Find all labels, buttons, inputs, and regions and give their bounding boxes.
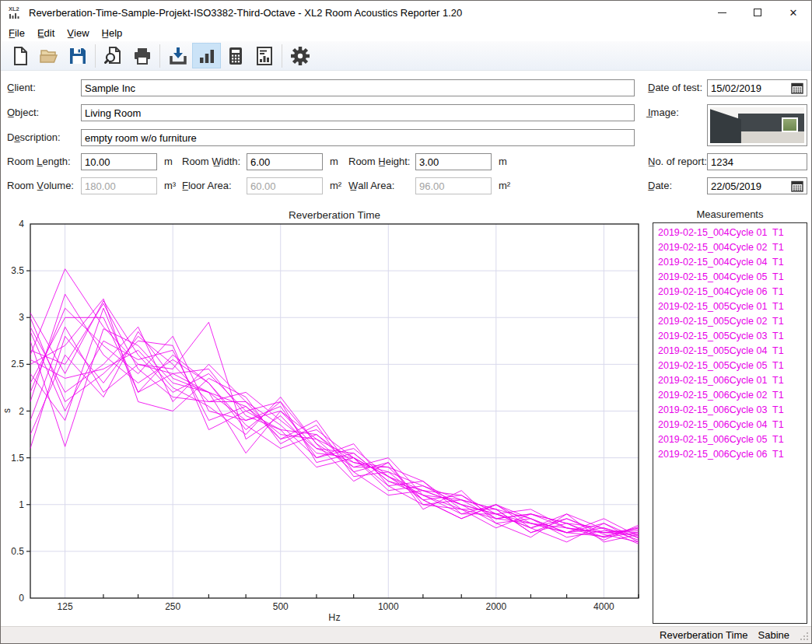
measurement-name: 2019-02-15_006Cycle 06 bbox=[658, 449, 772, 460]
measurement-type: T1 bbox=[772, 390, 784, 401]
measurement-type: T1 bbox=[772, 360, 784, 371]
floor-area-output bbox=[247, 177, 323, 194]
svg-text:1000: 1000 bbox=[378, 601, 399, 612]
measurements-title: Measurements bbox=[653, 208, 807, 220]
measurement-item[interactable]: 2019-02-15_004Cycle 06T1 bbox=[653, 284, 807, 299]
report-button[interactable] bbox=[250, 43, 278, 68]
svg-text:0: 0 bbox=[19, 593, 24, 604]
room-width-label: Room W̲idth: bbox=[182, 153, 240, 170]
room-height-unit: m bbox=[499, 153, 507, 170]
minimize-button[interactable] bbox=[704, 1, 740, 24]
description-label: De̲scription: bbox=[7, 129, 61, 146]
room-height-input[interactable] bbox=[415, 153, 492, 170]
reverberation-chart: Reverberation Time Hz s 00.511.522.533.5… bbox=[1, 207, 646, 627]
chart-xlabel: Hz bbox=[328, 612, 340, 623]
bar-chart-icon bbox=[197, 46, 217, 66]
gear-icon bbox=[289, 45, 311, 67]
open-button[interactable] bbox=[34, 43, 63, 68]
measurement-item[interactable]: 2019-02-15_005Cycle 02T1 bbox=[653, 313, 807, 328]
menu-edit[interactable]: E̲dit bbox=[31, 26, 61, 40]
description-input[interactable] bbox=[81, 129, 635, 146]
report-no-label: N̲o. of report: bbox=[648, 153, 707, 170]
room-height-label: Room H̲eight: bbox=[348, 153, 410, 170]
date-calendar-button[interactable] bbox=[788, 178, 807, 194]
measurement-item[interactable]: 2019-02-15_004Cycle 04T1 bbox=[653, 254, 807, 269]
svg-text:3.5: 3.5 bbox=[11, 265, 24, 276]
floor-area-label: F̲loor Area: bbox=[182, 177, 232, 194]
measurement-item[interactable]: 2019-02-15_004Cycle 01T1 bbox=[653, 225, 807, 240]
measurement-item[interactable]: 2019-02-15_005Cycle 03T1 bbox=[653, 328, 807, 343]
client-input[interactable] bbox=[81, 79, 635, 96]
svg-text:4000: 4000 bbox=[593, 601, 614, 612]
svg-text:500: 500 bbox=[273, 601, 289, 612]
date-input[interactable] bbox=[708, 178, 788, 194]
print-preview-button[interactable] bbox=[99, 43, 128, 68]
date-of-test-input[interactable] bbox=[708, 80, 788, 96]
new-file-icon bbox=[10, 46, 30, 66]
new-file-button[interactable] bbox=[5, 43, 34, 68]
measurement-name: 2019-02-15_005Cycle 01 bbox=[658, 301, 772, 312]
measurement-item[interactable]: 2019-02-15_004Cycle 02T1 bbox=[653, 240, 807, 254]
room-volume-label: Room V̲olume: bbox=[7, 177, 74, 194]
toolbar bbox=[1, 41, 811, 71]
client-label: C̲lient: bbox=[7, 79, 36, 96]
settings-button[interactable] bbox=[285, 43, 314, 68]
import-icon bbox=[168, 46, 188, 66]
import-button[interactable] bbox=[163, 43, 192, 68]
svg-text:XL2: XL2 bbox=[9, 5, 19, 12]
measurement-name: 2019-02-15_004Cycle 06 bbox=[658, 286, 772, 297]
measurement-name: 2019-02-15_004Cycle 01 bbox=[658, 227, 772, 238]
measurement-item[interactable]: 2019-02-15_006Cycle 06T1 bbox=[653, 446, 807, 461]
chart-title: Reverberation Time bbox=[289, 209, 380, 221]
measurement-item[interactable]: 2019-02-15_006Cycle 03T1 bbox=[653, 402, 807, 417]
measurement-item[interactable]: 2019-02-15_006Cycle 04T1 bbox=[653, 417, 807, 432]
menu-help[interactable]: H̲elp bbox=[96, 26, 129, 40]
calculator-button[interactable] bbox=[221, 43, 250, 68]
svg-text:250: 250 bbox=[165, 601, 180, 612]
room-photo bbox=[710, 107, 804, 143]
date-of-test-calendar-button[interactable] bbox=[788, 80, 807, 96]
measurement-item[interactable]: 2019-02-15_005Cycle 04T1 bbox=[653, 343, 807, 358]
chart-view-button[interactable] bbox=[192, 43, 221, 68]
measurement-name: 2019-02-15_004Cycle 04 bbox=[658, 257, 772, 268]
resize-grip[interactable] bbox=[800, 632, 809, 641]
wall-area-unit: m² bbox=[499, 177, 510, 194]
svg-text:1.5: 1.5 bbox=[11, 453, 24, 464]
measurement-type: T1 bbox=[772, 316, 784, 327]
measurement-type: T1 bbox=[772, 242, 784, 253]
measurement-item[interactable]: 2019-02-15_005Cycle 05T1 bbox=[653, 358, 807, 373]
maximize-button[interactable] bbox=[740, 1, 775, 24]
measurements-list[interactable]: 2019-02-15_004Cycle 01T12019-02-15_004Cy… bbox=[653, 222, 807, 624]
toolbar-separator bbox=[95, 44, 96, 68]
photo-left-wall bbox=[710, 109, 741, 143]
report-no-input[interactable] bbox=[707, 153, 807, 170]
image-label: I̲mage: bbox=[648, 104, 679, 121]
svg-text:3: 3 bbox=[19, 312, 24, 323]
room-length-input[interactable] bbox=[81, 153, 157, 170]
menu-file[interactable]: F̲ile bbox=[2, 26, 31, 40]
date-of-test-label: D̲ate of test: bbox=[648, 79, 702, 96]
room-image-thumbnail[interactable] bbox=[707, 104, 807, 146]
svg-text:0.5: 0.5 bbox=[11, 546, 24, 557]
measurement-item[interactable]: 2019-02-15_006Cycle 02T1 bbox=[653, 387, 807, 402]
chart-ylabel: s bbox=[2, 408, 12, 413]
print-preview-icon bbox=[103, 46, 124, 66]
toolbar-separator bbox=[282, 44, 282, 68]
measurement-type: T1 bbox=[772, 434, 784, 445]
menu-view[interactable]: V̲iew bbox=[61, 26, 95, 40]
object-input[interactable] bbox=[81, 104, 635, 121]
date-field bbox=[707, 177, 807, 194]
measurement-name: 2019-02-15_006Cycle 02 bbox=[658, 390, 772, 401]
room-width-input[interactable] bbox=[247, 153, 323, 170]
measurement-item[interactable]: 2019-02-15_005Cycle 01T1 bbox=[653, 299, 807, 313]
measurement-item[interactable]: 2019-02-15_006Cycle 05T1 bbox=[653, 432, 807, 446]
print-button[interactable] bbox=[128, 43, 156, 68]
close-button[interactable]: ✕ bbox=[775, 1, 811, 24]
room-length-unit: m bbox=[164, 153, 173, 170]
measurement-item[interactable]: 2019-02-15_004Cycle 05T1 bbox=[653, 269, 807, 284]
save-icon bbox=[68, 46, 88, 66]
measurement-type: T1 bbox=[772, 286, 784, 297]
measurement-item[interactable]: 2019-02-15_006Cycle 01T1 bbox=[653, 373, 807, 387]
save-button[interactable] bbox=[63, 43, 92, 68]
main-content: C̲lient: D̲ate of test: O̲bject: I̲mage: bbox=[1, 71, 811, 626]
